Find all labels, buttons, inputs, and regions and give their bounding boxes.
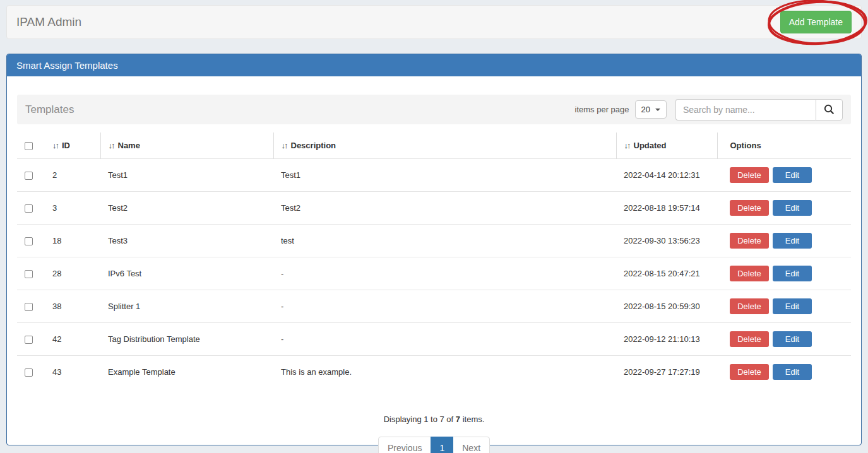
top-bar: IPAM Admin Add Template [6, 5, 862, 39]
table-row: 18 Test3 test 2022-09-30 13:56:23 Delete… [17, 225, 851, 257]
cell-description: test [273, 225, 616, 257]
cell-description: - [273, 323, 616, 356]
templates-title: Templates [25, 103, 74, 116]
cell-name: Example Template [100, 356, 273, 389]
table-row: 28 IPv6 Test - 2022-08-15 20:47:21 Delet… [17, 257, 851, 290]
cell-updated: 2022-08-15 20:59:30 [616, 290, 717, 323]
sort-icon: ↓↑ [282, 141, 287, 150]
page: IPAM Admin Add Template Smart Assign Tem… [0, 0, 868, 453]
cell-description: This is an example. [273, 356, 616, 389]
items-per-page-label: items per page [575, 105, 629, 114]
search-button[interactable] [816, 99, 843, 121]
page-title: IPAM Admin [16, 15, 81, 29]
edit-button[interactable]: Edit [773, 331, 812, 347]
edit-button[interactable]: Edit [773, 364, 812, 380]
delete-button[interactable]: Delete [730, 167, 769, 183]
cell-name: Test2 [100, 192, 273, 225]
column-header-name[interactable]: ↓↑Name [100, 132, 273, 159]
cell-id: 42 [45, 323, 100, 356]
edit-button[interactable]: Edit [773, 167, 812, 183]
column-header-description[interactable]: ↓↑Description [273, 132, 616, 159]
templates-table: ↓↑ID ↓↑Name ↓↑Description ↓↑Updated Opti… [17, 132, 851, 388]
cell-id: 28 [45, 257, 100, 290]
cell-updated: 2022-09-12 21:10:13 [616, 323, 717, 356]
row-checkbox[interactable] [25, 368, 33, 377]
page-1-button[interactable]: 1 [431, 437, 453, 453]
cell-name: Test3 [100, 225, 273, 257]
items-per-page-value: 20 [641, 105, 650, 114]
row-checkbox[interactable] [25, 204, 33, 213]
table-row: 2 Test1 Test1 2022-04-14 20:12:31 Delete… [17, 159, 851, 192]
delete-button[interactable]: Delete [730, 266, 769, 281]
pagination: Previous 1 Next [17, 437, 851, 453]
panel-heading: Smart Assign Templates [7, 54, 861, 76]
panel-body: Templates items per page 20 [7, 76, 861, 453]
chevron-down-icon [655, 109, 660, 111]
column-header-id[interactable]: ↓↑ID [45, 132, 100, 159]
delete-button[interactable]: Delete [730, 200, 769, 216]
next-page-button[interactable]: Next [453, 437, 490, 453]
smart-assign-templates-panel: Smart Assign Templates Templates items p… [6, 54, 862, 445]
table-row: 3 Test2 Test2 2022-08-18 19:57:14 Delete… [17, 192, 851, 225]
table-header-row: ↓↑ID ↓↑Name ↓↑Description ↓↑Updated Opti… [17, 132, 851, 159]
cell-description: - [273, 290, 616, 323]
cell-id: 2 [45, 159, 100, 192]
row-checkbox[interactable] [25, 336, 33, 344]
previous-page-button[interactable]: Previous [378, 437, 431, 453]
total-items-count: 7 [456, 415, 460, 424]
cell-name: Splitter 1 [100, 290, 273, 323]
row-checkbox[interactable] [25, 237, 33, 245]
displaying-status: Displaying 1 to 7 of 7 items. [17, 415, 851, 424]
cell-id: 18 [45, 225, 100, 257]
row-checkbox[interactable] [25, 270, 33, 278]
sort-icon: ↓↑ [52, 141, 58, 150]
delete-button[interactable]: Delete [730, 364, 769, 380]
search-group [675, 99, 843, 121]
cell-name: Tag Distribution Template [100, 323, 273, 356]
cell-updated: 2022-08-15 20:47:21 [616, 257, 717, 290]
toolbar-controls: items per page 20 [575, 99, 843, 121]
delete-button[interactable]: Delete [730, 331, 769, 347]
table-row: 43 Example Template This is an example. … [17, 356, 851, 389]
column-header-updated[interactable]: ↓↑Updated [616, 132, 717, 159]
edit-button[interactable]: Edit [773, 200, 812, 216]
table-row: 42 Tag Distribution Template - 2022-09-1… [17, 323, 851, 356]
select-all-checkbox[interactable] [25, 142, 33, 150]
row-checkbox[interactable] [25, 172, 33, 180]
cell-description: - [273, 257, 616, 290]
cell-id: 38 [45, 290, 100, 323]
cell-updated: 2022-09-30 13:56:23 [616, 225, 717, 257]
cell-updated: 2022-08-18 19:57:14 [616, 192, 717, 225]
items-per-page-select[interactable]: 20 [635, 100, 667, 119]
cell-name: IPv6 Test [100, 257, 273, 290]
sort-icon: ↓↑ [109, 141, 114, 150]
search-icon [824, 104, 835, 115]
delete-button[interactable]: Delete [730, 233, 769, 249]
search-input[interactable] [675, 99, 816, 121]
column-header-options: Options [717, 132, 851, 159]
edit-button[interactable]: Edit [773, 233, 812, 249]
cell-id: 43 [45, 356, 100, 389]
add-template-button[interactable]: Add Template [780, 11, 852, 33]
sort-icon: ↓↑ [624, 141, 630, 150]
edit-button[interactable]: Edit [773, 298, 812, 314]
edit-button[interactable]: Edit [773, 266, 812, 281]
row-checkbox[interactable] [25, 303, 33, 311]
cell-updated: 2022-09-27 17:27:19 [616, 356, 717, 389]
table-toolbar: Templates items per page 20 [17, 95, 851, 124]
table-row: 38 Splitter 1 - 2022-08-15 20:59:30 Dele… [17, 290, 851, 323]
header-checkbox-cell [17, 132, 45, 159]
cell-name: Test1 [100, 159, 273, 192]
delete-button[interactable]: Delete [730, 298, 769, 314]
cell-description: Test2 [273, 192, 616, 225]
cell-updated: 2022-04-14 20:12:31 [616, 159, 717, 192]
cell-id: 3 [45, 192, 100, 225]
cell-description: Test1 [273, 159, 616, 192]
